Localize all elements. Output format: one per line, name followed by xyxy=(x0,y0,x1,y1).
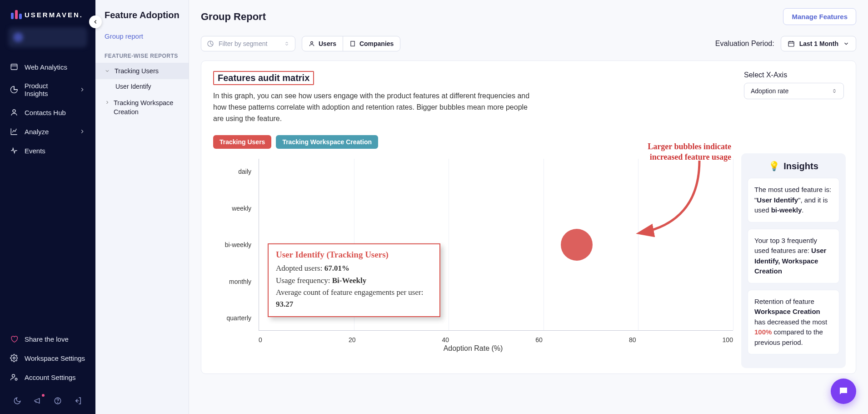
logo-mark-icon xyxy=(11,10,22,19)
bubble-tooltip: User Identify (Tracking Users) Adopted u… xyxy=(268,243,440,317)
chevron-right-icon xyxy=(105,100,110,105)
sort-icon xyxy=(832,88,837,94)
sidebar-collapse-button[interactable] xyxy=(89,15,102,28)
segment-placeholder: Filter by segment xyxy=(219,40,267,47)
entity-toggle: Users Companies xyxy=(302,36,400,51)
svg-rect-0 xyxy=(11,64,17,70)
browser-icon xyxy=(10,63,18,71)
xaxis-select-label: Select X-Axis xyxy=(744,71,844,79)
svg-point-3 xyxy=(13,357,15,359)
chat-widget-button[interactable] xyxy=(831,379,856,404)
xaxis-value: Adoption rate xyxy=(751,87,788,95)
nav-label: Events xyxy=(25,147,45,155)
xaxis-dropdown[interactable]: Adoption rate xyxy=(744,83,844,99)
sort-icon xyxy=(284,40,289,47)
segment-icon xyxy=(207,40,214,47)
tree-label: Tracking Workspace Creation xyxy=(114,98,181,117)
brand-text: USERMAVEN. xyxy=(25,11,83,19)
announcements[interactable] xyxy=(34,397,42,405)
nav-product-insights[interactable]: Product Insights xyxy=(0,76,95,103)
nav-analyze[interactable]: Analyze xyxy=(0,122,95,141)
nav-label: Workspace Settings xyxy=(25,354,85,362)
insight-card: The most used feature is: "User Identify… xyxy=(748,178,839,222)
sidebar-footer xyxy=(0,390,95,414)
calendar-icon xyxy=(788,40,795,47)
notification-dot xyxy=(41,393,45,398)
nav-share-love[interactable]: Share the love xyxy=(0,329,95,348)
tree-label: Tracking Users xyxy=(115,67,159,75)
bubble-chart: dailyweeklybi-weeklymonthlyquarterly 020… xyxy=(213,153,733,349)
legend-workspace-creation[interactable]: Tracking Workspace Creation xyxy=(276,135,378,149)
insight-card: Retention of feature Workspace Creation … xyxy=(748,290,839,355)
svg-rect-11 xyxy=(351,41,354,46)
svg-point-7 xyxy=(58,402,58,403)
user-settings-icon xyxy=(10,373,18,381)
account-switcher[interactable] xyxy=(8,27,87,47)
theme-toggle[interactable] xyxy=(13,397,21,405)
chart-icon xyxy=(10,127,18,136)
nav-label: Share the love xyxy=(25,335,69,343)
heart-icon xyxy=(10,335,18,343)
logout[interactable] xyxy=(74,397,82,405)
logo: USERMAVEN. xyxy=(0,0,95,27)
svg-point-10 xyxy=(311,41,313,44)
features-matrix-card: Features audit matrix In this graph, you… xyxy=(201,61,856,374)
sub-sidebar-section: FEATURE-WISE REPORTS xyxy=(95,45,189,63)
svg-rect-16 xyxy=(788,41,794,46)
svg-point-4 xyxy=(12,374,15,377)
legend-tracking-users[interactable]: Tracking Users xyxy=(213,135,271,149)
tree-tracking-users[interactable]: Tracking Users xyxy=(95,63,189,79)
toggle-users[interactable]: Users xyxy=(302,36,343,51)
svg-point-2 xyxy=(13,110,15,112)
bubble-point[interactable] xyxy=(561,229,593,261)
page-title: Group Report xyxy=(201,11,266,23)
chevron-down-icon xyxy=(843,40,849,47)
user-icon xyxy=(10,108,18,116)
insights-title: 💡 Insights xyxy=(748,161,839,172)
nav-label: Contacts Hub xyxy=(25,109,66,116)
help[interactable] xyxy=(54,397,62,405)
group-report-link[interactable]: Group report xyxy=(95,28,189,45)
pulse-icon xyxy=(10,146,18,155)
main-content: Group Report Manage Features Filter by s… xyxy=(189,0,868,414)
segment-filter[interactable]: Filter by segment xyxy=(201,36,295,51)
chat-icon xyxy=(838,386,849,397)
lightbulb-icon: 💡 xyxy=(768,161,780,172)
tree-child-user-identify[interactable]: User Identify xyxy=(95,79,189,94)
chevron-right-icon xyxy=(79,128,85,135)
svg-point-5 xyxy=(15,378,17,380)
nav-label: Account Settings xyxy=(25,374,76,381)
user-icon xyxy=(309,40,315,47)
main-sidebar: USERMAVEN. Web Analytics Product Insight… xyxy=(0,0,95,414)
toggle-companies[interactable]: Companies xyxy=(343,36,400,51)
insights-panel: 💡 Insights The most used feature is: "Us… xyxy=(741,153,846,368)
pie-icon xyxy=(10,86,18,94)
chevron-right-icon xyxy=(79,86,85,93)
sub-sidebar: Feature Adoption Group report FEATURE-WI… xyxy=(95,0,189,414)
nav-contacts-hub[interactable]: Contacts Hub xyxy=(0,103,95,122)
nav-label: Analyze xyxy=(25,128,49,136)
tree-tracking-workspace[interactable]: Tracking Workspace Creation xyxy=(95,94,189,121)
period-selector[interactable]: Last 1 Month xyxy=(781,36,856,51)
building-icon xyxy=(349,40,356,47)
logout-icon xyxy=(74,397,82,405)
chevron-down-icon xyxy=(105,68,111,74)
nav-events[interactable]: Events xyxy=(0,141,95,160)
nav-account-settings[interactable]: Account Settings xyxy=(0,368,95,387)
x-axis-label: Adoption Rate (%) xyxy=(444,344,503,353)
help-icon xyxy=(54,397,62,405)
insight-card: Your top 3 frequently used features are:… xyxy=(748,229,839,283)
tooltip-title: User Identify (Tracking Users) xyxy=(276,250,432,260)
nav-label: Web Analytics xyxy=(25,63,67,71)
nav-web-analytics[interactable]: Web Analytics xyxy=(0,57,95,76)
x-axis-ticks: 020406080100 xyxy=(259,336,733,343)
moon-icon xyxy=(13,397,21,405)
nav-workspace-settings[interactable]: Workspace Settings xyxy=(0,348,95,368)
matrix-description: In this graph, you can see how users eng… xyxy=(213,91,531,124)
evaluation-period-label: Evaluation Period: xyxy=(715,40,774,48)
period-value: Last 1 Month xyxy=(799,40,838,47)
toggle-label: Companies xyxy=(359,40,394,47)
bubble-size-annotation: Larger bubbles indicateincreased feature… xyxy=(648,141,731,162)
manage-features-button[interactable]: Manage Features xyxy=(783,8,856,25)
megaphone-icon xyxy=(34,397,42,405)
